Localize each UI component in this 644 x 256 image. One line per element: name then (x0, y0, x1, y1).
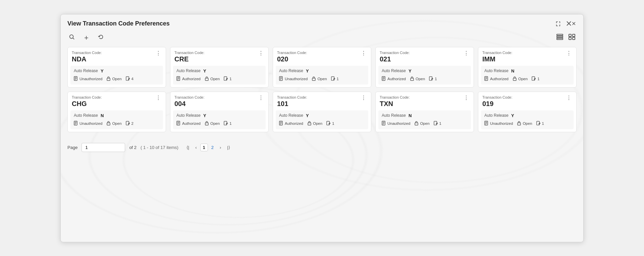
lock-status-label: Open (317, 77, 327, 81)
doc-icon (279, 121, 283, 126)
count-item: 1 (532, 76, 539, 82)
lock-icon (414, 121, 419, 126)
auto-release-label: Auto Release (382, 68, 406, 73)
auth-status-label: Authorized (387, 77, 406, 81)
svg-rect-8 (573, 37, 575, 40)
count-item: 1 (536, 121, 544, 126)
add-button[interactable]: + (83, 33, 90, 43)
lock-status-label: Open (518, 77, 528, 81)
lock-status-label: Open (523, 121, 532, 125)
auto-release-label: Auto Release (484, 113, 508, 118)
card-021: Transaction Code: 021 ⋮ Auto Release Y A… (375, 47, 474, 88)
auth-status-label: Unauthorized (79, 121, 102, 125)
edit-icon (532, 76, 536, 82)
card-menu-button[interactable]: ⋮ (258, 95, 264, 101)
lock-icon (205, 76, 209, 82)
auto-release-row: Auto Release Y (484, 113, 570, 118)
lock-status-item: Open (517, 121, 532, 126)
card-header: Transaction Code: CRE ⋮ (170, 47, 268, 66)
card-header: Transaction Code: 004 ⋮ (170, 92, 268, 110)
doc-icon (484, 76, 489, 82)
last-page-button[interactable]: |⟩ (224, 144, 232, 151)
card-code-value: CRE (174, 55, 189, 63)
card-code-value: 019 (482, 100, 493, 107)
close-button[interactable]: ✕ (566, 20, 577, 28)
lock-status-item: Open (106, 76, 121, 82)
card-code-section: Transaction Code: NDA (72, 51, 102, 63)
card-label: Transaction Code: (72, 95, 102, 99)
card-label: Transaction Code: (380, 95, 410, 99)
lock-status-label: Open (210, 77, 220, 81)
next-page-button[interactable]: › (217, 144, 224, 151)
card-header: Transaction Code: NDA ⋮ (68, 47, 166, 66)
auto-release-label: Auto Release (279, 68, 303, 73)
toolbar: + (61, 32, 583, 47)
main-window: View Transaction Code Preferences ✕ (60, 14, 584, 242)
lock-status-item: Open (312, 76, 327, 82)
page-2-button[interactable]: 2 (209, 144, 216, 151)
card-menu-button[interactable]: ⋮ (360, 95, 367, 101)
lock-status-item: Open (410, 76, 425, 82)
auto-release-row: Auto Release Y (279, 68, 365, 73)
card-code-section: Transaction Code: CRE (174, 51, 204, 63)
prev-page-button[interactable]: ‹ (193, 144, 199, 151)
card-menu-button[interactable]: ⋮ (463, 51, 470, 56)
card-menu-button[interactable]: ⋮ (258, 51, 264, 56)
card-menu-button[interactable]: ⋮ (566, 95, 572, 101)
svg-rect-55 (308, 123, 311, 125)
refresh-button[interactable] (97, 33, 105, 42)
card-menu-button[interactable]: ⋮ (463, 95, 470, 101)
edit-icon (536, 121, 541, 126)
auto-release-row: Auto Release Y (279, 113, 365, 118)
lock-status-item: Open (205, 76, 220, 82)
first-page-button[interactable]: ⟨| (184, 144, 192, 151)
card-chg: Transaction Code: CHG ⋮ Auto Release N U… (67, 92, 166, 132)
svg-rect-67 (518, 123, 521, 125)
card-label: Transaction Code: (72, 51, 102, 55)
card-stats: Unauthorized Open 4 (74, 76, 160, 82)
card-code-value: CHG (72, 100, 87, 107)
card-body: Auto Release Y Unauthorized Open 1 (481, 110, 574, 129)
pagination: Page of 2 ( 1 - 10 of 17 items) ⟨| ‹ 1 2… (61, 136, 583, 157)
card-menu-button[interactable]: ⋮ (155, 95, 162, 101)
doc-icon (176, 76, 181, 82)
lock-icon (106, 76, 111, 82)
svg-rect-49 (205, 123, 208, 125)
card-code-section: Transaction Code: TXN (380, 95, 410, 108)
auth-status-label: Unauthorized (387, 121, 410, 125)
card-menu-button[interactable]: ⋮ (566, 51, 572, 56)
card-body: Auto Release Y Unauthorized Open 1 (276, 66, 368, 85)
auto-release-value: Y (101, 68, 104, 73)
page-1-button[interactable]: 1 (200, 144, 208, 151)
page-range-info: ( 1 - 10 of 17 items) (141, 145, 178, 150)
auto-release-value: N (101, 113, 104, 118)
card-stats: Authorized Open 1 (176, 121, 262, 126)
card-code-value: 004 (174, 100, 185, 107)
card-menu-button[interactable]: ⋮ (360, 51, 367, 56)
auto-release-value: Y (203, 68, 206, 73)
auto-release-row: Auto Release Y (176, 68, 262, 73)
auto-release-label: Auto Release (176, 113, 201, 118)
card-stats: Unauthorized Open 1 (382, 121, 468, 126)
maximize-button[interactable] (555, 20, 561, 27)
search-button[interactable] (67, 33, 76, 42)
list-view-button[interactable] (555, 33, 565, 42)
toolbar-left: + (67, 33, 105, 43)
edit-icon (126, 121, 130, 126)
page-input[interactable] (82, 143, 125, 152)
count-value: 2 (131, 121, 133, 125)
svg-rect-6 (573, 34, 575, 37)
card-body: Auto Release Y Authorized Open 1 (173, 66, 266, 85)
page-navigation: ⟨| ‹ 1 2 › |⟩ (184, 144, 233, 151)
svg-rect-3 (557, 36, 563, 38)
svg-line-1 (73, 38, 74, 39)
auth-status-item: Unauthorized (382, 121, 410, 126)
card-label: Transaction Code: (380, 51, 410, 55)
card-code-value: 020 (277, 55, 288, 63)
edit-icon (434, 121, 438, 126)
count-value: 1 (537, 77, 539, 81)
card-stats: Authorized Open 1 (176, 76, 262, 82)
card-menu-button[interactable]: ⋮ (155, 51, 162, 56)
grid-view-button[interactable] (567, 33, 577, 42)
lock-icon (106, 121, 111, 126)
